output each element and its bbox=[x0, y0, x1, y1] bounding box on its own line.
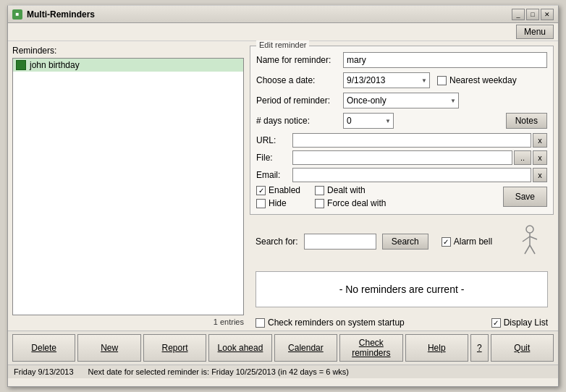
report-button[interactable]: Report bbox=[143, 334, 206, 362]
calendar-button[interactable]: Calendar bbox=[274, 334, 337, 362]
email-label: Email: bbox=[256, 170, 292, 180]
left-checkbox-group: Enabled Hide bbox=[256, 185, 300, 208]
url-input[interactable] bbox=[292, 133, 531, 148]
left-panel: Reminders: john birthday 1 entries bbox=[12, 46, 244, 326]
nearest-weekday-row: Nearest weekday bbox=[437, 75, 517, 85]
right-panel: Edit reminder Name for reminder: Choose … bbox=[250, 46, 554, 326]
close-button[interactable]: ✕ bbox=[541, 9, 554, 20]
no-reminders-box: - No reminders are current - bbox=[255, 271, 548, 307]
window-controls: _ □ ✕ bbox=[512, 9, 554, 20]
days-notice-label: # days notice: bbox=[256, 116, 343, 126]
bottom-checks: Check reminders on system startup Displa… bbox=[250, 315, 554, 331]
svg-line-5 bbox=[530, 245, 535, 254]
reminders-list[interactable]: john birthday bbox=[12, 58, 244, 315]
search-input[interactable] bbox=[304, 234, 376, 250]
toolbar: Delete New Report Look ahead Calendar Ch… bbox=[8, 331, 558, 365]
search-section: Search for: Search Alarm bell bbox=[250, 219, 554, 264]
email-input[interactable] bbox=[292, 168, 531, 182]
menu-button[interactable]: Menu bbox=[516, 25, 554, 39]
nearest-weekday-checkbox[interactable] bbox=[437, 76, 447, 85]
right-checkbox-group: Dealt with Force deal with bbox=[315, 185, 386, 208]
checkboxes-row: Enabled Hide Dealt with bbox=[256, 185, 547, 208]
file-browse-button[interactable]: .. bbox=[514, 150, 531, 165]
entries-count: 1 entries bbox=[12, 318, 244, 326]
alarm-bell-checkbox[interactable] bbox=[442, 237, 451, 247]
file-label: File: bbox=[256, 153, 292, 163]
force-deal-label: Force deal with bbox=[327, 198, 386, 208]
days-select[interactable]: 0 1 2 3 7 bbox=[343, 113, 394, 129]
display-list-label: Display List bbox=[504, 318, 548, 328]
maximize-button[interactable]: □ bbox=[526, 9, 539, 20]
quit-button[interactable]: Quit bbox=[491, 334, 554, 362]
alarm-bell-label: Alarm bell bbox=[454, 237, 492, 247]
dealt-with-label: Dealt with bbox=[327, 185, 366, 195]
enabled-checkbox[interactable] bbox=[256, 186, 266, 195]
main-content: Reminders: john birthday 1 entries Edit … bbox=[8, 41, 558, 331]
hide-checkbox[interactable] bbox=[256, 199, 266, 208]
enabled-checkbox-item: Enabled bbox=[256, 185, 300, 195]
status-left: Friday 9/13/2013 bbox=[14, 367, 74, 376]
url-row: URL: x bbox=[256, 133, 547, 148]
display-list-check: Display List bbox=[491, 318, 548, 328]
status-bar: Friday 9/13/2013 Next date for selected … bbox=[8, 365, 558, 378]
period-row: Period of reminder: Once-only Daily Week… bbox=[256, 93, 547, 108]
startup-check: Check reminders on system startup bbox=[255, 318, 405, 328]
minimize-button[interactable]: _ bbox=[512, 9, 525, 20]
date-row: Choose a date: 9/13/2013 Nearest weekday bbox=[256, 72, 547, 88]
search-button[interactable]: Search bbox=[382, 234, 428, 250]
period-wrapper: Once-only Daily Weekly Monthly Yearly bbox=[343, 93, 459, 108]
svg-line-2 bbox=[523, 237, 530, 242]
edit-reminder-group: Edit reminder Name for reminder: Choose … bbox=[250, 46, 554, 215]
window-title: Multi-Reminders bbox=[27, 9, 512, 20]
look-ahead-button[interactable]: Look ahead bbox=[208, 334, 271, 362]
delete-button[interactable]: Delete bbox=[12, 334, 75, 362]
svg-line-4 bbox=[525, 245, 530, 254]
new-button[interactable]: New bbox=[77, 334, 140, 362]
titlebar: ■ Multi-Reminders _ □ ✕ bbox=[8, 6, 558, 23]
force-deal-checkbox-item: Force deal with bbox=[315, 198, 386, 208]
status-right: Next date for selected reminder is: Frid… bbox=[88, 367, 349, 376]
search-row: Search for: Search Alarm bell bbox=[255, 223, 548, 260]
nearest-weekday-label: Nearest weekday bbox=[449, 75, 517, 85]
enabled-label: Enabled bbox=[269, 185, 300, 195]
no-reminders-text: - No reminders are current - bbox=[339, 284, 465, 295]
svg-point-0 bbox=[526, 226, 533, 233]
reminder-color-indicator bbox=[16, 60, 26, 70]
notes-button[interactable]: Notes bbox=[506, 113, 547, 129]
dealt-with-checkbox[interactable] bbox=[315, 186, 324, 195]
display-list-checkbox[interactable] bbox=[491, 318, 501, 328]
app-icon: ■ bbox=[12, 9, 22, 20]
name-input[interactable] bbox=[343, 52, 547, 68]
file-clear-button[interactable]: x bbox=[533, 150, 547, 165]
name-label: Name for reminder: bbox=[256, 55, 343, 65]
search-label: Search for: bbox=[255, 237, 298, 247]
email-row: Email: x bbox=[256, 168, 547, 182]
hide-label: Hide bbox=[269, 198, 287, 208]
date-select[interactable]: 9/13/2013 bbox=[343, 72, 430, 88]
save-button[interactable]: Save bbox=[503, 187, 547, 207]
days-select-wrapper: 0 1 2 3 7 bbox=[343, 113, 394, 129]
date-label: Choose a date: bbox=[256, 75, 343, 85]
startup-checkbox[interactable] bbox=[255, 318, 265, 328]
reminder-item-label: john birthday bbox=[30, 60, 80, 70]
alarm-bell-row: Alarm bell bbox=[442, 237, 492, 247]
question-button[interactable]: ? bbox=[470, 334, 489, 362]
svg-line-3 bbox=[530, 237, 537, 239]
file-input[interactable] bbox=[292, 150, 512, 165]
file-row: File: .. x bbox=[256, 150, 547, 165]
reminders-label: Reminders: bbox=[12, 46, 244, 56]
hide-checkbox-item: Hide bbox=[256, 198, 300, 208]
check-reminders-button[interactable]: Check reminders bbox=[339, 334, 402, 362]
edit-group-title: Edit reminder bbox=[256, 41, 309, 49]
email-clear-button[interactable]: x bbox=[533, 168, 547, 182]
force-deal-checkbox[interactable] bbox=[315, 199, 324, 208]
period-select[interactable]: Once-only Daily Weekly Monthly Yearly bbox=[343, 93, 459, 108]
period-label: Period of reminder: bbox=[256, 95, 343, 106]
menu-bar: Menu bbox=[8, 23, 558, 41]
dealt-with-checkbox-item: Dealt with bbox=[315, 185, 386, 195]
startup-label: Check reminders on system startup bbox=[268, 318, 405, 328]
url-clear-button[interactable]: x bbox=[533, 133, 547, 148]
reminder-item[interactable]: john birthday bbox=[13, 59, 243, 72]
name-row: Name for reminder: bbox=[256, 52, 547, 68]
help-button[interactable]: Help bbox=[405, 334, 468, 362]
